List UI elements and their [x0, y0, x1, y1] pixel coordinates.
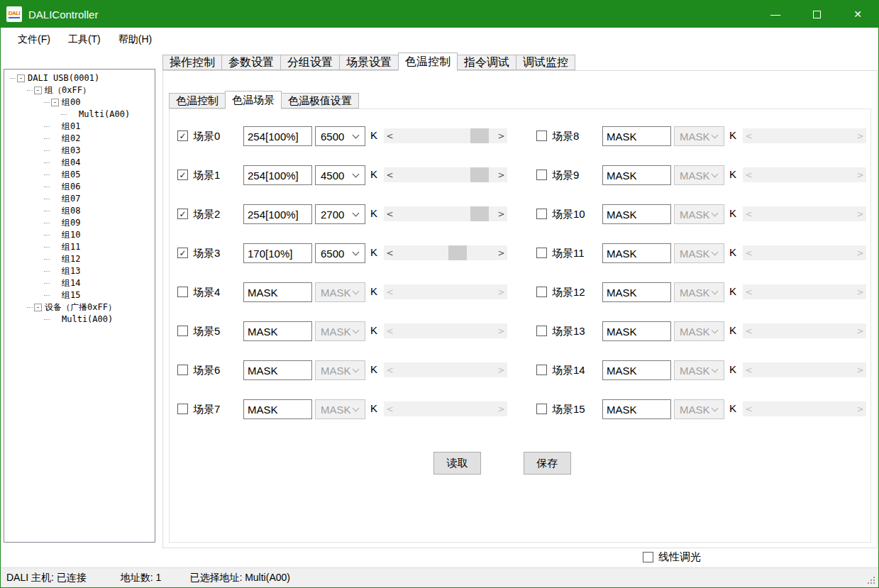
scroll-left-icon[interactable]: < — [743, 245, 755, 260]
tree-expander-icon[interactable]: - — [17, 74, 25, 82]
sub-tab-1[interactable]: 色温场景 — [225, 91, 282, 109]
tree-item-3[interactable]: - Multi(A00) — [4, 109, 155, 121]
tree-item-13[interactable]: - 组10 — [4, 229, 155, 241]
temperature-scrollbar[interactable]: < > — [384, 323, 507, 338]
tree-item-1[interactable]: - 组（0xFF） — [4, 84, 155, 96]
scroll-left-icon[interactable]: < — [743, 323, 755, 338]
scroll-right-icon[interactable]: > — [495, 323, 507, 338]
scene-temperature-dropdown[interactable]: MASK — [674, 282, 724, 302]
scroll-track[interactable] — [755, 362, 854, 377]
tree-item-0[interactable]: - DALI USB(0001) — [4, 72, 155, 84]
scene-temperature-dropdown[interactable]: 4500 — [315, 165, 365, 185]
scroll-left-icon[interactable]: < — [384, 284, 396, 299]
scene-level-input[interactable] — [243, 321, 312, 341]
scroll-track[interactable] — [396, 323, 495, 338]
scroll-right-icon[interactable]: > — [495, 284, 507, 299]
scene-level-input[interactable] — [243, 282, 312, 302]
main-tab-1[interactable]: 参数设置 — [221, 55, 281, 70]
tree-item-2[interactable]: - 组00 — [4, 96, 155, 109]
temperature-scrollbar[interactable]: < > — [743, 167, 866, 182]
menu-help[interactable]: 帮助(H) — [111, 31, 159, 48]
scroll-right-icon[interactable]: > — [854, 323, 866, 338]
menu-file[interactable]: 文件(F) — [11, 31, 57, 48]
scene-level-input[interactable] — [602, 321, 671, 341]
tree-item-8[interactable]: - 组05 — [4, 169, 155, 181]
scroll-right-icon[interactable]: > — [854, 401, 866, 416]
scene-temperature-dropdown[interactable]: MASK — [315, 282, 365, 302]
save-button[interactable]: 保存 — [524, 452, 571, 475]
scroll-track[interactable] — [755, 323, 854, 338]
tree-item-11[interactable]: - 组08 — [4, 205, 155, 217]
scroll-track[interactable] — [755, 401, 854, 416]
scroll-left-icon[interactable]: < — [384, 167, 396, 182]
scene-checkbox[interactable] — [536, 326, 547, 336]
scene-checkbox[interactable] — [536, 131, 547, 141]
sub-tab-2[interactable]: 色温极值设置 — [281, 93, 359, 109]
tree-item-20[interactable]: - Multi(A00) — [4, 314, 155, 326]
temperature-scrollbar[interactable]: < > — [743, 245, 866, 260]
scene-checkbox[interactable] — [177, 365, 188, 375]
tree-item-10[interactable]: - 组07 — [4, 193, 155, 205]
scene-temperature-dropdown[interactable]: MASK — [315, 360, 365, 380]
linear-dimming-checkbox[interactable] — [643, 552, 653, 562]
scroll-track[interactable] — [396, 245, 495, 260]
scene-temperature-dropdown[interactable]: 6500 — [315, 243, 365, 263]
temperature-scrollbar[interactable]: < > — [743, 323, 866, 338]
tree-item-12[interactable]: - 组09 — [4, 217, 155, 229]
scroll-right-icon[interactable]: > — [854, 128, 866, 143]
scene-level-input[interactable] — [602, 282, 671, 302]
main-tab-4[interactable]: 色温控制 — [398, 52, 458, 71]
scroll-right-icon[interactable]: > — [495, 401, 507, 416]
scene-level-input[interactable] — [243, 399, 312, 419]
scene-temperature-dropdown[interactable]: 2700 — [315, 204, 365, 224]
temperature-scrollbar[interactable]: < > — [743, 128, 866, 143]
scroll-right-icon[interactable]: > — [495, 206, 507, 221]
scroll-track[interactable] — [396, 401, 495, 416]
temperature-scrollbar[interactable]: < > — [743, 362, 866, 377]
maximize-button[interactable] — [796, 1, 837, 28]
scroll-track[interactable] — [755, 167, 854, 182]
scroll-right-icon[interactable]: > — [854, 206, 866, 221]
scroll-track[interactable] — [396, 128, 495, 143]
scene-temperature-dropdown[interactable]: MASK — [674, 204, 724, 224]
scene-level-input[interactable] — [602, 165, 671, 185]
scroll-left-icon[interactable]: < — [743, 206, 755, 221]
scroll-track[interactable] — [755, 206, 854, 221]
scene-temperature-dropdown[interactable]: MASK — [674, 243, 724, 263]
scene-level-input[interactable] — [243, 243, 312, 263]
temperature-scrollbar[interactable]: < > — [743, 206, 866, 221]
tree-item-17[interactable]: - 组14 — [4, 277, 155, 289]
tree-item-4[interactable]: - 组01 — [4, 121, 155, 133]
read-button[interactable]: 读取 — [433, 452, 481, 475]
tree-item-5[interactable]: - 组02 — [4, 133, 155, 145]
scroll-left-icon[interactable]: < — [384, 245, 396, 260]
scroll-left-icon[interactable]: < — [384, 362, 396, 377]
tree-item-15[interactable]: - 组12 — [4, 253, 155, 265]
scroll-left-icon[interactable]: < — [743, 167, 755, 182]
scene-level-input[interactable] — [602, 126, 671, 146]
scene-temperature-dropdown[interactable]: MASK — [315, 399, 365, 419]
scroll-track[interactable] — [396, 284, 495, 299]
tree-expander-icon[interactable]: - — [51, 99, 59, 106]
sub-tab-0[interactable]: 色温控制 — [169, 93, 226, 109]
scroll-left-icon[interactable]: < — [743, 362, 755, 377]
scroll-right-icon[interactable]: > — [854, 362, 866, 377]
scene-level-input[interactable] — [602, 204, 671, 224]
scroll-track[interactable] — [755, 128, 854, 143]
scroll-thumb[interactable] — [470, 167, 489, 182]
main-tab-6[interactable]: 调试监控 — [516, 55, 575, 70]
close-button[interactable]: ✕ — [837, 1, 878, 28]
scroll-track[interactable] — [396, 167, 495, 182]
scene-checkbox[interactable] — [536, 404, 547, 414]
tree-expander-icon[interactable]: - — [34, 304, 42, 311]
resize-grip[interactable] — [867, 576, 875, 584]
scene-temperature-dropdown[interactable]: MASK — [674, 360, 724, 380]
scroll-left-icon[interactable]: < — [743, 128, 755, 143]
scene-level-input[interactable] — [602, 399, 671, 419]
scroll-left-icon[interactable]: < — [743, 401, 755, 416]
scroll-track[interactable] — [396, 206, 495, 221]
scroll-left-icon[interactable]: < — [384, 401, 396, 416]
scroll-right-icon[interactable]: > — [854, 284, 866, 299]
scroll-thumb[interactable] — [470, 206, 489, 221]
scene-checkbox[interactable] — [177, 404, 188, 414]
